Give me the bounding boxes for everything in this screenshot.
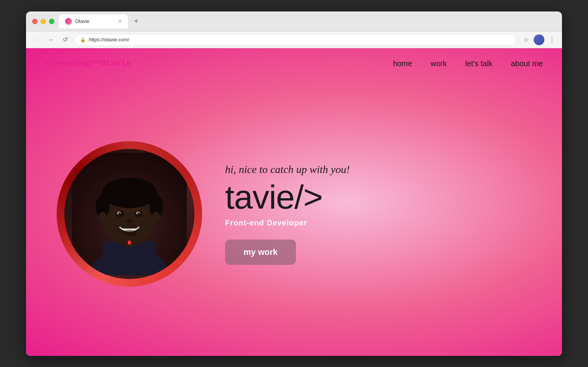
lock-icon: 🔒 xyxy=(80,37,86,42)
nav-about-me[interactable]: about me xyxy=(511,59,543,68)
svg-point-12 xyxy=(137,212,140,215)
active-tab[interactable]: Otavie × xyxy=(59,15,128,28)
hero-role: Front-end Developer xyxy=(225,219,531,227)
site-background: </>evelopwithOtavie home work let's talk… xyxy=(26,48,562,356)
profile-circle-outer xyxy=(57,141,202,287)
hero-text: hi, nice to catch up with you! tavie/> F… xyxy=(225,163,531,265)
logo-prefix: </ xyxy=(45,59,55,69)
profile-image xyxy=(72,153,187,275)
svg-point-11 xyxy=(118,212,121,215)
tab-favicon xyxy=(65,18,72,25)
svg-rect-20 xyxy=(128,241,131,245)
minimize-window-button[interactable] xyxy=(41,19,46,24)
traffic-lights xyxy=(32,19,54,24)
new-tab-button[interactable]: + xyxy=(131,15,142,27)
star-icon: ☆ xyxy=(523,36,529,43)
close-tab-button[interactable]: × xyxy=(118,18,122,24)
site-logo: </>evelopwithOtavie xyxy=(45,59,131,69)
profile-circle-inner xyxy=(64,149,194,279)
url-text: https://otavie.com/ xyxy=(89,37,511,42)
profile-circle-container xyxy=(57,141,202,287)
tab-title: Otavie xyxy=(75,18,115,24)
reload-button[interactable]: ↺ xyxy=(60,34,70,45)
greeting-text: hi, nice to catch up with you! xyxy=(225,163,531,176)
address-bar[interactable]: 🔒 https://otavie.com/ xyxy=(74,34,517,46)
user-avatar[interactable] xyxy=(534,34,544,45)
nav-lets-talk[interactable]: let's talk xyxy=(465,59,493,68)
close-window-button[interactable] xyxy=(32,19,38,24)
svg-point-18 xyxy=(99,212,106,222)
nav-home[interactable]: home xyxy=(393,59,412,68)
logo-brand: Otavie xyxy=(101,59,131,69)
svg-point-14 xyxy=(122,230,137,236)
nav-links: home work let's talk about me xyxy=(393,59,543,68)
back-button[interactable]: ← xyxy=(31,34,41,45)
maximize-window-button[interactable] xyxy=(49,19,54,24)
my-work-button[interactable]: my work xyxy=(225,240,296,265)
site-navigation: </>evelopwithOtavie home work let's talk… xyxy=(26,48,562,79)
logo-with: with xyxy=(91,59,101,64)
browser-titlebar: Otavie × + xyxy=(26,11,562,31)
nav-work[interactable]: work xyxy=(431,59,447,68)
forward-button[interactable]: → xyxy=(45,34,56,45)
hero-name: tavie/> xyxy=(225,180,531,214)
more-icon: ⋮ xyxy=(549,36,555,43)
bookmark-button[interactable]: ☆ xyxy=(521,34,531,45)
toolbar-actions: ☆ ⋮ xyxy=(521,34,557,45)
svg-point-13 xyxy=(126,219,132,223)
website-content: </>evelopwithOtavie home work let's talk… xyxy=(26,48,562,356)
more-options-button[interactable]: ⋮ xyxy=(547,34,557,45)
browser-toolbar: ← → ↺ 🔒 https://otavie.com/ ☆ ⋮ xyxy=(26,31,562,48)
svg-point-15 xyxy=(102,178,157,208)
logo-develop: >evelop xyxy=(55,59,90,69)
tab-bar: Otavie × + xyxy=(59,15,556,28)
hero-section: hi, nice to catch up with you! tavie/> F… xyxy=(26,79,562,349)
browser-window: Otavie × + ← → ↺ 🔒 https://otavie.com/ ☆… xyxy=(26,11,562,356)
svg-point-19 xyxy=(152,212,160,222)
